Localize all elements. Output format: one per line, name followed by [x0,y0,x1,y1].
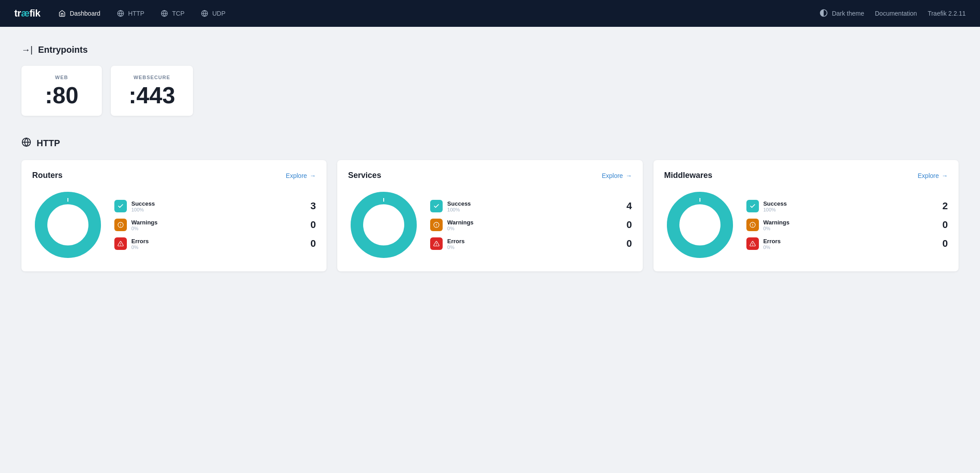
middlewares-errors-pct: 0% [763,245,781,250]
documentation-label: Documentation [875,10,917,17]
nav-item-http[interactable]: HTTP [109,6,152,21]
routers-donut [32,189,104,261]
routers-explore-link[interactable]: Explore → [286,172,316,179]
routers-warnings-count: 0 [305,219,316,231]
error-icon-routers [114,237,127,250]
routers-card: Routers Explore → [21,160,327,271]
brand-text: træfik [14,8,40,19]
routers-title: Routers [32,171,63,180]
main-content: →| Entrypoints WEB :80 WEBSECURE :443 [0,27,980,289]
nav-http-label: HTTP [128,10,145,17]
nav-dashboard-label: Dashboard [70,10,101,17]
routers-errors-pct: 0% [131,245,149,250]
theme-label: Dark theme [832,10,864,17]
entrypoint-websecure[interactable]: WEBSECURE :443 [111,66,193,116]
http-section-icon [21,137,31,149]
middlewares-success-label: Success [763,200,787,207]
entrypoint-web[interactable]: WEB :80 [21,66,102,116]
globe-icon-udp [201,9,209,17]
svg-point-23 [436,245,437,245]
nav-tcp-label: TCP [172,10,184,17]
services-warnings-pct: 0% [447,226,473,231]
middlewares-legend: Success 100% 2 [746,200,948,250]
entrypoints-section: →| Entrypoints WEB :80 WEBSECURE :443 [21,45,959,116]
svg-point-15 [120,245,121,245]
nav-item-udp[interactable]: UDP [193,6,233,21]
success-icon-routers [114,200,127,212]
svg-point-25 [673,198,727,252]
routers-errors-count: 0 [305,238,316,249]
middlewares-warnings-pct: 0% [763,226,790,231]
svg-point-13 [120,225,121,226]
services-success-item: Success 100% 4 [430,200,632,212]
entrypoints-cards: WEB :80 WEBSECURE :443 [21,66,959,116]
routers-warnings-label: Warnings [131,219,158,226]
services-explore-arrow: → [626,172,632,179]
documentation-link[interactable]: Documentation [875,10,917,17]
middlewares-success-pct: 100% [763,207,787,212]
services-errors-item: Errors 0% 0 [430,237,632,250]
globe-icon-http [117,9,125,17]
services-card-body: Success 100% 4 [348,189,632,261]
entrypoints-title: Entrypoints [38,45,88,55]
routers-errors-item: Errors 0% 0 [114,237,316,250]
middlewares-warnings-label: Warnings [763,219,790,226]
routers-warnings-pct: 0% [131,226,158,231]
services-warnings-label: Warnings [447,219,473,226]
routers-card-body: Success 100% 3 [32,189,316,261]
middlewares-explore-link[interactable]: Explore → [918,172,948,179]
entrypoints-icon: →| [21,45,33,55]
routers-errors-label: Errors [131,238,149,245]
nav-items: Dashboard HTTP TCP [51,6,819,21]
middlewares-title: Middlewares [664,171,712,180]
middlewares-card-header: Middlewares Explore → [664,171,948,180]
success-icon-services [430,200,443,212]
navbar: træfik Dashboard HTTP [0,0,980,27]
nav-item-tcp[interactable]: TCP [153,6,192,21]
entrypoint-web-name: WEB [39,75,84,80]
entrypoint-web-port: :80 [39,84,84,107]
brand-logo[interactable]: træfik [14,8,40,19]
svg-point-21 [436,225,437,226]
routers-explore-label: Explore [286,172,307,179]
middlewares-success-count: 2 [937,200,948,212]
routers-explore-arrow: → [310,172,316,179]
error-icon-services [430,237,443,250]
warning-icon-middlewares [746,219,759,231]
theme-icon [819,8,828,19]
svg-point-31 [752,245,753,245]
version-label: Traefik 2.2.11 [928,10,966,17]
globe-icon-tcp [160,9,168,17]
middlewares-card: Middlewares Explore → [653,160,959,271]
routers-success-label: Success [131,200,155,207]
svg-point-29 [752,225,753,226]
error-icon-middlewares [746,237,759,250]
services-success-label: Success [447,200,471,207]
home-icon [58,9,66,17]
middlewares-errors-item: Errors 0% 0 [746,237,948,250]
nav-item-dashboard[interactable]: Dashboard [51,6,108,21]
nav-udp-label: UDP [212,10,226,17]
routers-success-item: Success 100% 3 [114,200,316,212]
services-legend: Success 100% 4 [430,200,632,250]
middlewares-warnings-item: Warnings 0% 0 [746,219,948,231]
services-errors-count: 0 [621,238,632,249]
middlewares-donut [664,189,736,261]
svg-point-9 [41,198,95,252]
theme-toggle[interactable]: Dark theme [819,8,864,19]
middlewares-explore-arrow: → [942,172,948,179]
entrypoint-websecure-port: :443 [129,84,175,107]
http-cards: Routers Explore → [21,160,959,271]
services-explore-link[interactable]: Explore → [602,172,632,179]
middlewares-errors-label: Errors [763,238,781,245]
middlewares-explore-label: Explore [918,172,939,179]
version-text: Traefik 2.2.11 [928,10,966,17]
services-warnings-item: Warnings 0% 0 [430,219,632,231]
routers-legend: Success 100% 3 [114,200,316,250]
services-errors-pct: 0% [447,245,465,250]
services-donut [348,189,419,261]
services-success-count: 4 [621,200,632,212]
services-warnings-count: 0 [621,219,632,231]
services-errors-label: Errors [447,238,465,245]
routers-warnings-item: Warnings 0% 0 [114,219,316,231]
